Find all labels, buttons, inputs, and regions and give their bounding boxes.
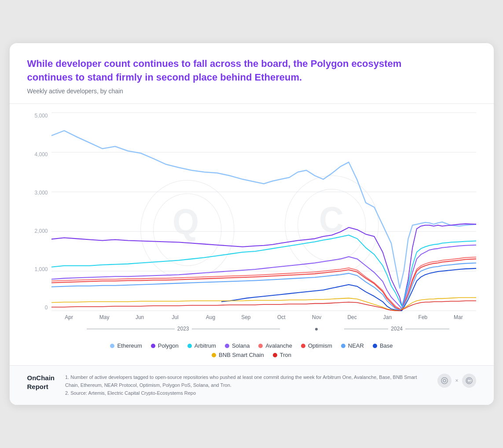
x-label-dec: Dec [334,314,370,320]
legend-dot-tron [273,353,277,357]
chart-subtitle: Weekly active developers, by chain [27,88,476,95]
year-2024-label: 2024 [391,326,403,332]
legend-label-avalanche: Avalanche [265,342,292,349]
x-label-jun: Jun [122,314,157,320]
y-label-0: 0 [27,305,51,311]
svg-text:C: C [319,199,343,240]
legend-row-2: BNB Smart Chain Tron [27,352,476,358]
x-label-jan: Jan [370,314,405,320]
legend-dot-bnb [212,353,216,357]
footer: OnChainReport 1. Number of active develo… [10,365,494,405]
footer-separator: × [455,378,458,384]
footer-icon-q [437,374,452,388]
footer-notes: 1. Number of active developers tagged to… [65,374,427,397]
footer-brand: OnChainReport [27,374,55,391]
legend-bnb: BNB Smart Chain [212,352,264,358]
legend-label-solana: Solana [232,342,250,349]
legend-label-near: NEAR [348,342,364,349]
chart-area: 0 1,000 2,000 3,000 4,000 5,000 [10,104,494,337]
legend-label-base: Base [380,342,393,349]
legend-label-optimism: Optimism [308,342,332,349]
chart-svg: Q C [51,113,476,311]
chart-title: While developer count continues to fall … [27,57,423,84]
year-2023-label: 2023 [177,326,189,332]
legend-arbitrum: Arbitrum [187,342,216,349]
legend-base: Base [373,342,393,349]
x-label-may: May [87,314,122,320]
x-label-sep: Sep [228,314,264,320]
legend-label-tron: Tron [280,352,291,358]
year-labels: 2023 2024 [51,326,476,332]
year-line-2024-right [405,329,449,329]
legend-solana: Solana [225,342,250,349]
legend-optimism: Optimism [301,342,332,349]
svg-text:Q: Q [173,202,199,242]
legend-ethereum: Ethereum [110,342,142,349]
legend-label-ethereum: Ethereum [117,342,142,349]
footer-icons: × [437,374,476,388]
year-line-2024-left [344,329,388,329]
legend-dot-solana [225,344,229,348]
legend-tron: Tron [273,352,291,358]
year-line-left [87,329,175,329]
year-line-right [192,329,280,329]
legend-dot-arbitrum [187,344,192,348]
svg-point-13 [443,379,446,382]
legend-dot-ethereum [110,344,114,348]
year-2024-container: 2024 [318,326,476,332]
footer-icon-c [462,374,476,388]
near-line [51,263,476,310]
legend-near: NEAR [341,342,364,349]
y-axis: 0 1,000 2,000 3,000 4,000 5,000 [27,113,51,311]
legend-dot-near [341,344,345,348]
x-label-mar: Mar [441,314,476,320]
x-label-nov: Nov [299,314,334,320]
legend-label-bnb: BNB Smart Chain [219,352,264,358]
legend-avalanche: Avalanche [258,342,292,349]
legend-polygon: Polygon [151,342,179,349]
chart-container: 0 1,000 2,000 3,000 4,000 5,000 [27,113,476,333]
y-label-5000: 5,000 [27,113,51,119]
x-label-aug: Aug [193,314,228,320]
legend-dot-polygon [151,344,155,348]
chart-legend: Ethereum Polygon Arbitrum Solana Avalanc… [10,337,494,365]
footer-note-2: 2. Source: Artemis, Electric Capital Cry… [65,389,427,397]
svg-point-12 [441,378,448,384]
x-label-apr: Apr [51,314,87,320]
x-label-oct: Oct [264,314,299,320]
header: While developer count continues to fall … [10,43,494,104]
card: While developer count continues to fall … [10,43,494,405]
legend-dot-base [373,344,377,348]
legend-label-polygon: Polygon [158,342,179,349]
x-label-feb: Feb [405,314,441,320]
footer-note-1: 1. Number of active developers tagged to… [65,374,427,389]
year-2023-container: 2023 [51,326,315,332]
y-label-4000: 4,000 [27,151,51,158]
legend-label-arbitrum: Arbitrum [195,342,216,349]
chart-inner: Q C [51,113,476,311]
legend-dot-avalanche [258,344,263,348]
legend-dot-optimism [301,344,305,348]
y-label-3000: 3,000 [27,190,51,196]
x-label-jul: Jul [158,314,193,320]
y-label-2000: 2,000 [27,228,51,234]
y-label-1000: 1,000 [27,266,51,272]
